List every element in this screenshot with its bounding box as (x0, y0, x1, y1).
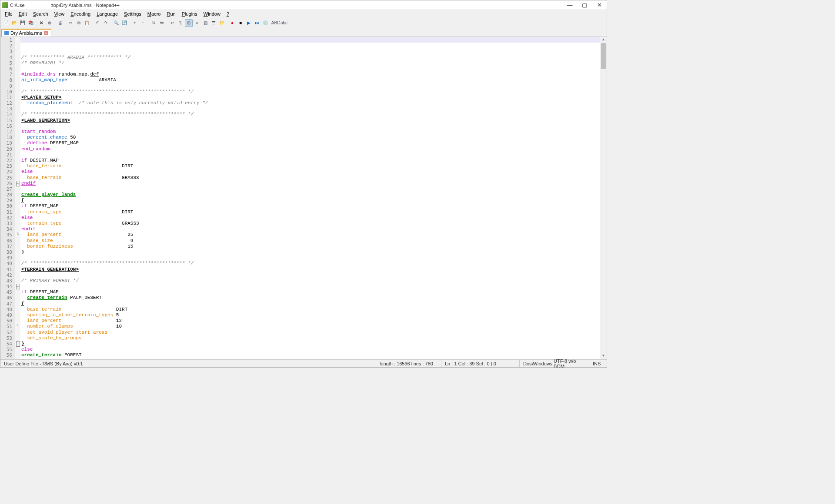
save-macro-icon[interactable]: 💿 (261, 19, 269, 27)
folder-icon[interactable]: 📁 (218, 19, 226, 27)
sync-h-icon[interactable]: ⇆ (158, 19, 166, 27)
menu-search[interactable]: Search (30, 11, 51, 17)
save-all-icon[interactable]: 📚 (27, 19, 35, 27)
menu-macro[interactable]: Macro (145, 11, 164, 17)
close-all-icon[interactable]: ⊗ (46, 19, 53, 27)
status-language: User Define File - RMS (By Axa) v0.1 (0, 360, 376, 367)
sync-v-icon[interactable]: ⇅ (150, 19, 157, 27)
scroll-down-icon[interactable]: ▾ (600, 353, 607, 359)
play-multi-icon[interactable]: ⏭ (253, 19, 261, 27)
doc-map-icon[interactable]: ▥ (201, 19, 209, 27)
menu-?[interactable]: ? (224, 11, 232, 17)
print-icon[interactable]: 🖨 (56, 19, 64, 27)
close-button[interactable]: ✕ (594, 1, 605, 9)
new-icon[interactable]: 📄 (2, 19, 10, 27)
menu-encoding[interactable]: Encoding (68, 11, 93, 17)
all-chars-icon[interactable]: ¶ (177, 19, 184, 27)
paste-icon[interactable]: 📋 (83, 19, 91, 27)
current-line-highlight (20, 37, 600, 43)
func-list-icon[interactable]: ☰ (210, 19, 217, 27)
menu-language[interactable]: Language (94, 11, 120, 17)
status-encoding: UTF-8 w/o BOM (550, 360, 589, 367)
statusbar: User Define File - RMS (By Axa) v0.1 len… (0, 359, 607, 367)
status-insert-mode: INS (589, 360, 607, 367)
play-icon[interactable]: ▶ (245, 19, 253, 27)
save-icon[interactable]: 💾 (19, 19, 27, 27)
menu-edit[interactable]: Edit (16, 11, 30, 17)
scroll-thumb[interactable] (601, 43, 606, 69)
wrap-icon[interactable]: ↩ (168, 19, 176, 27)
redo-icon[interactable]: ↷ (102, 19, 110, 27)
rec-icon[interactable]: ● (228, 19, 236, 27)
titlebar[interactable]: C:\Use:top\Dry Arabia.rms - Notepad++ — … (0, 0, 607, 10)
editor: 1234567891011121314151617181920212223242… (0, 37, 607, 359)
status-eol: Dos\Windows (520, 360, 550, 367)
open-icon[interactable]: 📂 (10, 19, 18, 27)
stop-icon[interactable]: ■ (237, 19, 244, 27)
menu-view[interactable]: View (52, 11, 67, 17)
find-icon[interactable]: 🔍 (112, 19, 120, 27)
menu-run[interactable]: Run (164, 11, 178, 17)
indent-guide-icon[interactable]: ⊞ (185, 19, 193, 27)
fold-gutter[interactable]: −└−└− (15, 37, 20, 359)
cut-icon[interactable]: ✂ (67, 19, 74, 27)
spell-icon[interactable]: ABC (272, 19, 280, 27)
line-number-gutter: 1234567891011121314151617181920212223242… (0, 37, 15, 359)
spell-off-icon[interactable]: abc (280, 19, 288, 27)
close-icon[interactable]: ✖ (37, 19, 45, 27)
vertical-scrollbar[interactable]: ▴ ▾ (600, 37, 607, 359)
menu-file[interactable]: File (2, 11, 15, 17)
tab-close-icon[interactable]: × (44, 31, 48, 35)
status-length: length : 16596 lines : 780 (376, 360, 441, 367)
minimize-button[interactable]: — (564, 1, 575, 9)
window-controls: — ▢ ✕ (564, 1, 605, 9)
menu-plugins[interactable]: Plugins (179, 11, 200, 17)
menu-window[interactable]: Window (201, 11, 223, 17)
undo-icon[interactable]: ↶ (94, 19, 101, 27)
file-icon (4, 31, 9, 35)
status-position: Ln : 1 Col : 39 Sel : 0 | 0 (441, 360, 520, 367)
maximize-button[interactable]: ▢ (579, 1, 590, 9)
replace-icon[interactable]: 🔄 (120, 19, 128, 27)
code-area[interactable]: /* ************ ARABIA ************ *//*… (20, 37, 600, 359)
menu-settings[interactable]: Settings (121, 11, 144, 17)
file-tab[interactable]: Dry Arabia.rms × (1, 29, 51, 36)
copy-icon[interactable]: ⧉ (75, 19, 83, 27)
lang-icon[interactable]: ≡ (193, 19, 201, 27)
scroll-up-icon[interactable]: ▴ (600, 37, 607, 43)
zoom-in-icon[interactable]: + (131, 19, 139, 27)
tabbar: Dry Arabia.rms × (0, 28, 607, 37)
app-icon (2, 2, 8, 8)
zoom-out-icon[interactable]: − (139, 19, 147, 27)
window-title: C:\Use:top\Dry Arabia.rms - Notepad++ (10, 3, 564, 8)
tab-label: Dry Arabia.rms (10, 30, 42, 36)
app-window: C:\Use:top\Dry Arabia.rms - Notepad++ — … (0, 0, 607, 368)
menubar: FileEditSearchViewEncodingLanguageSettin… (0, 10, 607, 18)
toolbar: 📄📂💾📚✖⊗🖨✂⧉📋↶↷🔍🔄+−⇅⇆↩¶⊞≡▥☰📁●■▶⏭💿ABCabc (0, 18, 607, 28)
